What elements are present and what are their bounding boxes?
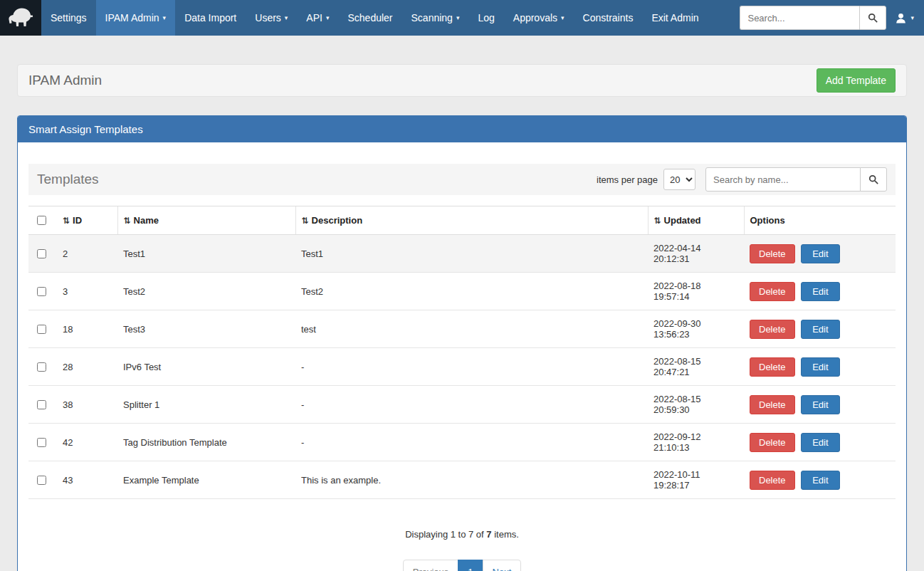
nav-item-exit-admin[interactable]: Exit Admin <box>642 0 708 36</box>
column-header-id[interactable]: ⇅ID <box>57 206 117 235</box>
caret-down-icon: ▾ <box>456 15 460 21</box>
cell-name: Test2 <box>117 273 295 310</box>
row-checkbox[interactable] <box>37 249 46 258</box>
nav-item-data-import[interactable]: Data Import <box>175 0 246 36</box>
row-checkbox[interactable] <box>37 325 46 334</box>
cell-id: 38 <box>57 386 117 424</box>
delete-button[interactable]: Delete <box>750 282 795 301</box>
column-header-updated[interactable]: ⇅Updated <box>648 206 744 235</box>
caret-down-icon: ▾ <box>163 15 167 21</box>
navbar-search <box>740 6 886 30</box>
cell-updated: 2022-08-15 20:47:21 <box>648 348 744 386</box>
cell-id: 43 <box>57 461 117 499</box>
select-all-checkbox[interactable] <box>37 216 46 225</box>
row-checkbox[interactable] <box>37 476 46 485</box>
cell-description: Test2 <box>295 273 648 310</box>
delete-button[interactable]: Delete <box>750 433 795 452</box>
cell-description: - <box>295 386 648 424</box>
cell-id: 28 <box>57 348 117 386</box>
cell-id: 18 <box>57 310 117 348</box>
previous-page-button[interactable]: Previous <box>403 560 459 571</box>
cell-updated: 2022-08-15 20:59:30 <box>648 386 744 424</box>
cell-updated: 2022-04-14 20:12:31 <box>648 235 744 273</box>
edit-button[interactable]: Edit <box>801 320 839 339</box>
edit-button[interactable]: Edit <box>801 244 839 263</box>
table-search-button[interactable] <box>860 167 887 192</box>
column-header-name[interactable]: ⇅Name <box>117 206 295 235</box>
delete-button[interactable]: Delete <box>750 244 795 263</box>
sort-icon: ⇅ <box>302 216 309 226</box>
items-per-page-select[interactable]: 20 <box>663 169 695 190</box>
nav-item-constraints[interactable]: Constraints <box>574 0 643 36</box>
table-row: 43 Example Template This is an example. … <box>28 461 896 499</box>
edit-button[interactable]: Edit <box>801 433 839 452</box>
mammoth-logo-icon <box>6 6 35 30</box>
nav-item-api[interactable]: API▾ <box>297 0 338 36</box>
row-checkbox[interactable] <box>37 362 46 372</box>
table-header-row: ⇅ID ⇅Name ⇅Description ⇅Updated Options <box>28 206 896 235</box>
nav-item-ipam-admin[interactable]: IPAM Admin▾ <box>96 0 176 36</box>
table-row: 18 Test3 test 2022-09-30 13:56:23 Delete… <box>28 310 896 348</box>
delete-button[interactable]: Delete <box>750 471 795 490</box>
user-icon <box>895 12 907 24</box>
cell-id: 42 <box>57 424 117 461</box>
search-icon <box>868 13 878 23</box>
cell-updated: 2022-10-11 19:28:17 <box>648 461 744 499</box>
panel-title: Smart Assign Templates <box>18 116 906 142</box>
logo[interactable] <box>0 0 41 36</box>
caret-down-icon: ▾ <box>910 15 914 21</box>
cell-description: Test1 <box>295 235 648 273</box>
row-checkbox[interactable] <box>37 287 46 296</box>
next-page-button[interactable]: Next <box>483 560 522 571</box>
pagination: Previous 1 Next <box>28 560 896 571</box>
table-row: 3 Test2 Test2 2022-08-18 19:57:14 Delete… <box>28 273 896 310</box>
nav-item-scheduler[interactable]: Scheduler <box>338 0 401 36</box>
panel-body: Templates items per page 20 <box>18 142 906 571</box>
display-info: Displaying 1 to 7 of 7 items. <box>28 529 896 540</box>
sort-icon: ⇅ <box>63 216 70 226</box>
templates-toolbar: Templates items per page 20 <box>28 164 896 195</box>
cell-updated: 2022-09-30 13:56:23 <box>648 310 744 348</box>
nav-item-scanning[interactable]: Scanning▾ <box>402 0 469 36</box>
cell-name: Test3 <box>117 310 295 348</box>
nav-item-approvals[interactable]: Approvals▾ <box>504 0 574 36</box>
cell-id: 2 <box>57 235 117 273</box>
table-row: 2 Test1 Test1 2022-04-14 20:12:31 Delete… <box>28 235 896 273</box>
column-header-description[interactable]: ⇅Description <box>295 206 648 235</box>
navbar-search-input[interactable] <box>740 6 859 30</box>
delete-button[interactable]: Delete <box>750 320 795 339</box>
column-header-options: Options <box>744 206 896 235</box>
navbar-right: ▾ <box>740 0 924 36</box>
cell-name: Example Template <box>117 461 295 499</box>
delete-button[interactable]: Delete <box>750 357 795 377</box>
row-checkbox[interactable] <box>37 400 46 409</box>
sort-icon: ⇅ <box>654 216 661 226</box>
cell-name: IPv6 Test <box>117 348 295 386</box>
user-menu[interactable]: ▾ <box>895 12 914 24</box>
cell-description: This is an example. <box>295 461 648 499</box>
nav-item-users[interactable]: Users▾ <box>246 0 297 36</box>
caret-down-icon: ▾ <box>561 15 565 21</box>
templates-table: ⇅ID ⇅Name ⇅Description ⇅Updated Options … <box>28 206 896 499</box>
add-template-button[interactable]: Add Template <box>817 68 896 93</box>
cell-description: - <box>295 348 648 386</box>
cell-name: Tag Distribution Template <box>117 424 295 461</box>
delete-button[interactable]: Delete <box>750 395 795 414</box>
nav-item-settings[interactable]: Settings <box>41 0 96 36</box>
items-per-page-label: items per page <box>597 174 658 185</box>
row-checkbox[interactable] <box>37 438 46 447</box>
page-title: IPAM Admin <box>28 73 102 88</box>
edit-button[interactable]: Edit <box>801 471 839 490</box>
page-1-button[interactable]: 1 <box>458 560 483 571</box>
edit-button[interactable]: Edit <box>801 357 839 377</box>
cell-name: Test1 <box>117 235 295 273</box>
navbar-search-button[interactable] <box>859 6 886 30</box>
cell-description: test <box>295 310 648 348</box>
page-container: IPAM Admin Add Template Smart Assign Tem… <box>0 64 924 571</box>
table-search-input[interactable] <box>705 167 861 192</box>
nav-menu: Settings IPAM Admin▾ Data Import Users▾ … <box>41 0 708 36</box>
edit-button[interactable]: Edit <box>801 395 839 414</box>
nav-item-log[interactable]: Log <box>468 0 503 36</box>
cell-updated: 2022-08-18 19:57:14 <box>648 273 744 310</box>
edit-button[interactable]: Edit <box>801 282 839 301</box>
